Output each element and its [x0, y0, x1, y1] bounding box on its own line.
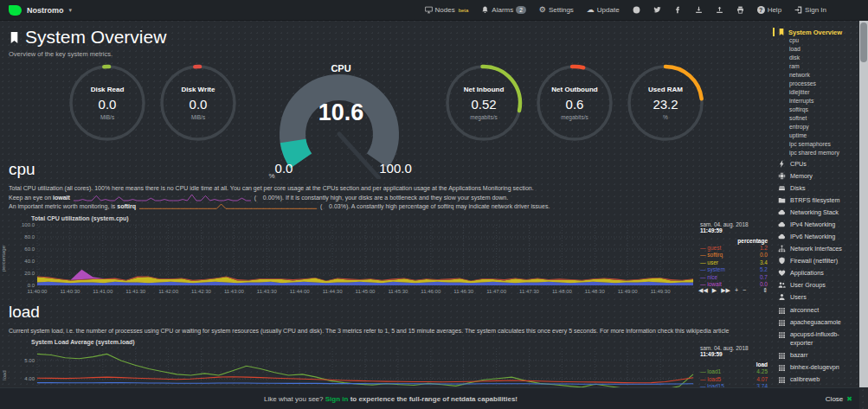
svg-text:11:40:30: 11:40:30	[60, 289, 80, 294]
sidebar-item-system-overview[interactable]: System Overview	[773, 28, 858, 36]
help-button[interactable]: ? Help	[757, 6, 781, 14]
export-button[interactable]	[695, 6, 703, 14]
disk-read-gauge[interactable]: Disk Read0.0MiB/s	[68, 63, 147, 143]
net-inbound-gauge[interactable]: Net Inbound0.52megabits/s	[444, 63, 524, 143]
help-icon: ?	[757, 6, 765, 14]
sidebar-item-uptime[interactable]: uptime	[778, 131, 858, 140]
net-outbound-gauge[interactable]: Net Outbound0.6megabits/s	[535, 63, 614, 143]
sidebar-item-binhex-delugevpn[interactable]: binhex-delugevpn	[778, 363, 858, 372]
sidebar-item-entropy[interactable]: entropy	[778, 123, 858, 131]
chevron-down-icon: ▾	[69, 7, 73, 14]
sidebar-item-processes[interactable]: processes	[778, 80, 858, 88]
sidebar-item-firewall-netfilter[interactable]: Firewall (netfilter)	[778, 255, 858, 266]
load-chart-canvas[interactable]: 5.004.003.00	[8, 345, 697, 387]
sidebar-item-ipc-shared-memory[interactable]: ipc shared memory	[778, 149, 858, 157]
sidebar-item-disk[interactable]: disk	[778, 54, 858, 62]
disk-write-gauge[interactable]: Disk Write0.0MiB/s	[158, 63, 238, 143]
zoom-out-button[interactable]: −	[743, 287, 746, 293]
sidebar-item-cpus[interactable]: CPUs	[778, 158, 858, 169]
svg-text:11:45:00: 11:45:00	[356, 289, 376, 294]
pan-left-button[interactable]: ◀◀	[698, 287, 708, 294]
sidebar-item-airconnect[interactable]: airconnect	[778, 306, 858, 315]
sidebar-item-apacheguacamole[interactable]: apacheguacamole	[778, 318, 858, 327]
footer-signin-link[interactable]: Sign in	[325, 395, 349, 403]
sidebar-item-softnet[interactable]: softnet	[778, 114, 858, 123]
load-chart[interactable]: System Load Average (system.load) load 5…	[0, 339, 773, 387]
update-button[interactable]: ☁ Update	[587, 6, 620, 14]
alarms-button[interactable]: Alarms 2	[481, 6, 526, 14]
sidebar-item-ipv4-networking[interactable]: IPv4 Networking	[778, 219, 858, 230]
cpu-gauge-units: %	[268, 172, 274, 179]
pan-right-button[interactable]: ▶▶	[721, 287, 730, 294]
sidebar-item-cpu[interactable]: cpu	[778, 36, 858, 45]
net-outbound-label: Net Outbound	[551, 86, 597, 93]
chip-icon	[778, 172, 786, 180]
monitor-icon	[425, 6, 433, 14]
scrollbar-thumb[interactable]	[860, 22, 867, 62]
facebook-button[interactable]	[674, 6, 682, 14]
sidebar-item-networking-stack[interactable]: Networking Stack	[778, 207, 858, 218]
legend-entry-guest[interactable]: — guest1.2	[700, 245, 769, 252]
github-button[interactable]	[633, 6, 640, 14]
sidebar-item-load[interactable]: load	[778, 45, 858, 54]
resize-handle[interactable]: ⇕	[762, 287, 768, 294]
sidebar-item-ipc-semaphores[interactable]: ipc semaphores	[778, 140, 858, 149]
sidebar-item-users[interactable]: Users	[778, 291, 858, 303]
sidebar-item-user-groups[interactable]: User Groups	[778, 279, 858, 291]
cpu-paragraph-3: An important metric worth monitoring, is…	[9, 202, 773, 212]
cloud-icon	[778, 220, 786, 228]
legend-units-header: load	[700, 361, 768, 367]
sidebar-item-ipv6-networking[interactable]: IPv6 Networking	[778, 231, 858, 242]
cpu-chart-canvas[interactable]: 11:40:0011:40:3011:41:0011:41:3011:42:00…	[8, 221, 697, 296]
twitter-button[interactable]	[653, 6, 661, 14]
net-outbound-value: 0.6	[566, 97, 584, 112]
grid-icon	[778, 352, 786, 360]
sidebar-item-network[interactable]: network	[778, 71, 858, 80]
sidebar-item-softirqs[interactable]: softirqs	[778, 105, 858, 114]
legend-entry-load1[interactable]: — load14.25	[700, 368, 769, 376]
svg-text:11:46:30: 11:46:30	[453, 289, 474, 294]
legend-date: sam. 04. aug. 2018	[700, 345, 769, 351]
cpu-gauge-value: 10.6	[253, 99, 429, 126]
page-title: System Overview	[25, 27, 166, 48]
sidebar-item-memory[interactable]: Memory	[778, 170, 858, 182]
close-icon: ✖	[846, 395, 852, 403]
settings-button[interactable]: ⚙ Settings	[539, 6, 574, 14]
heart-icon	[778, 269, 786, 277]
sidebar-item-calibreweb[interactable]: calibreweb	[778, 375, 858, 384]
cpu-chart[interactable]: Total CPU utilization (system.cpu) perce…	[0, 215, 773, 296]
sidebar-item-bazarr[interactable]: bazarr	[778, 351, 858, 360]
close-button[interactable]: Close ✖	[826, 395, 852, 403]
sidebar-item-idlejitter[interactable]: idlejitter	[778, 88, 858, 97]
net-inbound-units: megabits/s	[470, 114, 497, 120]
used-ram-gauge[interactable]: Used RAM23.2%	[626, 63, 705, 143]
nodes-button[interactable]: Nodes beta	[425, 6, 469, 14]
cpu-paragraph-2: Keep an eye on iowait ( 0.00%). If it is…	[9, 194, 773, 203]
sidebar-item-ram[interactable]: ram	[778, 62, 858, 71]
legend-entry-nice[interactable]: — nice0.7	[700, 274, 769, 282]
print-button[interactable]	[736, 6, 744, 14]
sidebar-item-apcupsd-influxdb-exporter[interactable]: apcupsd-influxdb-exporter	[778, 330, 858, 348]
sidebar-item-interrupts[interactable]: interrupts	[778, 97, 858, 105]
signin-icon	[794, 6, 802, 14]
play-button[interactable]: ▶	[712, 287, 717, 294]
legend-entry-softirq[interactable]: — softirq0.0	[700, 252, 769, 259]
legend-entry-load5[interactable]: — load54.07	[700, 376, 769, 384]
chart-toolbar: ◀◀ ▶ ▶▶ + − ⇕	[698, 287, 768, 294]
sidebar-item-network-interfaces[interactable]: Network Interfaces	[778, 243, 858, 254]
node-dropdown[interactable]: Nostromo ▾	[9, 5, 72, 16]
legend-entry-system[interactable]: — system5.2	[700, 266, 769, 274]
shield-icon	[778, 257, 786, 265]
load-chart-legend: sam. 04. aug. 201811:49:59load— load14.2…	[697, 345, 769, 387]
sidebar-item-disks[interactable]: Disks	[778, 182, 858, 194]
legend-entry-user[interactable]: — user3.4	[700, 259, 769, 267]
cpu-gauge[interactable]: CPU 0.0100.0% 10.6	[253, 63, 429, 179]
sidebar-item-btrfs-filesystem[interactable]: BTRFS filesystem	[778, 195, 858, 206]
zoom-in-button[interactable]: +	[735, 287, 738, 293]
wikipedia-link[interactable]: this wikipedia article	[675, 328, 729, 334]
page-scrollbar[interactable]	[859, 21, 868, 387]
used-ram-value: 23.2	[653, 97, 678, 112]
sidebar-item-applications[interactable]: Applications	[778, 267, 858, 278]
import-button[interactable]	[716, 6, 723, 14]
signin-button[interactable]: Sign In	[794, 6, 826, 14]
